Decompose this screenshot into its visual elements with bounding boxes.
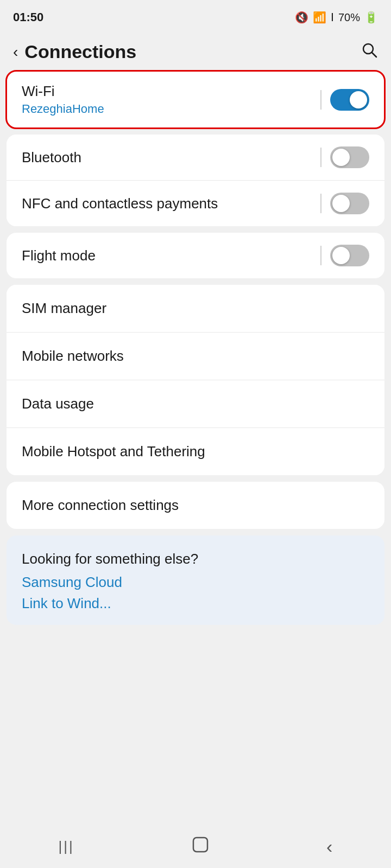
nfc-label: NFC and contactless payments <box>22 195 218 212</box>
status-time: 01:50 <box>13 10 43 24</box>
more-settings-card: More connection settings <box>7 482 384 529</box>
nfc-toggle[interactable] <box>330 193 369 214</box>
bluetooth-toggle-thumb <box>332 149 350 166</box>
wifi-card: Wi-Fi RezeghiaHome <box>7 71 384 128</box>
flight-mode-toggle-area <box>320 245 369 266</box>
status-icons: 🔇 📶 Ⅰ 70% 🔋 <box>295 11 378 24</box>
flight-mode-row[interactable]: Flight mode <box>7 233 384 278</box>
divider <box>320 194 321 213</box>
wifi-toggle-area <box>320 89 369 111</box>
suggest-question: Looking for something else? <box>22 551 369 567</box>
back-button[interactable]: ‹ <box>13 43 18 61</box>
nfc-toggle-area <box>320 193 369 214</box>
page-header: ‹ Connections <box>0 33 391 71</box>
wifi-status-icon: 📶 <box>313 11 326 24</box>
svg-line-1 <box>372 53 376 57</box>
mobile-hotspot-label: Mobile Hotspot and Tethering <box>22 443 205 460</box>
mobile-networks-label: Mobile networks <box>22 348 124 365</box>
bluetooth-toggle-area <box>320 146 369 168</box>
nfc-toggle-track <box>330 193 369 214</box>
back-nav-icon: ‹ <box>326 836 332 857</box>
data-usage-label: Data usage <box>22 395 94 412</box>
samsung-cloud-link[interactable]: Samsung Cloud <box>22 574 369 591</box>
header-left: ‹ Connections <box>13 41 136 62</box>
svg-rect-2 <box>193 838 207 852</box>
mobile-hotspot-row[interactable]: Mobile Hotspot and Tethering <box>7 428 384 475</box>
mute-icon: 🔇 <box>295 11 308 24</box>
sim-manager-row[interactable]: SIM manager <box>7 285 384 333</box>
more-connection-settings-row[interactable]: More connection settings <box>7 482 384 529</box>
network-options-card: SIM manager Mobile networks Data usage M… <box>7 285 384 475</box>
wifi-toggle-track <box>330 89 369 111</box>
link-to-wind-partial[interactable]: Link to Wind... <box>22 595 111 611</box>
home-icon <box>191 835 210 858</box>
suggestion-card: Looking for something else? Samsung Clou… <box>7 535 384 625</box>
nfc-toggle-thumb <box>332 195 350 212</box>
flight-mode-toggle[interactable] <box>330 245 369 266</box>
flight-mode-card: Flight mode <box>7 233 384 278</box>
flight-mode-label: Flight mode <box>22 247 96 264</box>
divider <box>320 148 321 167</box>
wifi-toggle-thumb <box>350 91 367 108</box>
flight-mode-toggle-thumb <box>332 247 350 264</box>
bluetooth-toggle-track <box>330 146 369 168</box>
back-nav-button[interactable]: ‹ <box>305 831 354 863</box>
divider <box>320 90 321 110</box>
battery-icon: 🔋 <box>364 11 378 24</box>
recents-icon: ||| <box>59 838 74 855</box>
sim-manager-label: SIM manager <box>22 300 106 317</box>
mobile-networks-row[interactable]: Mobile networks <box>7 333 384 380</box>
page-title: Connections <box>24 41 136 62</box>
bluetooth-nfc-card: Bluetooth NFC and contactless payments <box>7 135 384 226</box>
bluetooth-row[interactable]: Bluetooth <box>7 135 384 181</box>
wifi-network-name: RezeghiaHome <box>22 102 104 116</box>
search-button[interactable] <box>361 41 378 62</box>
more-connection-settings-label: More connection settings <box>22 497 179 514</box>
home-button[interactable] <box>169 830 231 863</box>
flight-mode-toggle-track <box>330 245 369 266</box>
data-usage-row[interactable]: Data usage <box>7 380 384 428</box>
bluetooth-toggle[interactable] <box>330 146 369 168</box>
bluetooth-label: Bluetooth <box>22 149 81 166</box>
nfc-row[interactable]: NFC and contactless payments <box>7 181 384 226</box>
wifi-toggle[interactable] <box>330 89 369 111</box>
divider <box>320 246 321 265</box>
navigation-bar: ||| ‹ <box>0 829 391 868</box>
wifi-label: Wi-Fi <box>22 83 104 100</box>
recents-button[interactable]: ||| <box>37 833 96 860</box>
battery-level: 70% <box>338 11 360 24</box>
status-bar: 01:50 🔇 📶 Ⅰ 70% 🔋 <box>0 0 391 33</box>
wifi-row[interactable]: Wi-Fi RezeghiaHome <box>7 71 384 128</box>
signal-icon: Ⅰ <box>331 11 334 24</box>
